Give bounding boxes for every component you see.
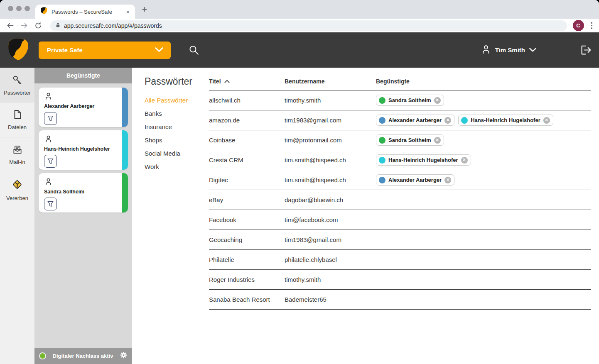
table-row[interactable]: allschwil.ch timothy.smith Sandra Solthe…: [209, 90, 591, 110]
table-row[interactable]: eBay dagobar@bluewin.ch: [209, 190, 591, 210]
table-row[interactable]: Facebook tim@facebook.com: [209, 210, 591, 230]
sidebar-item-files[interactable]: Dateien: [0, 103, 34, 137]
browser-tab[interactable]: Passwords – SecureSafe ×: [35, 5, 135, 19]
table-row[interactable]: Digitec tim.smith@hispeed.ch Alexander A…: [209, 170, 591, 190]
table-row[interactable]: Sanaba Beach Resort Bademeister65: [209, 290, 591, 310]
favicon-shield-icon: [40, 7, 48, 16]
table-body: allschwil.ch timothy.smith Sandra Solthe…: [209, 90, 591, 310]
tab-close-icon[interactable]: ×: [125, 8, 131, 15]
table-row[interactable]: Coinbase tim@protonmail.com Sandra Solth…: [209, 130, 591, 150]
category-item[interactable]: Banks: [145, 107, 209, 120]
beneficiary-chip[interactable]: Alexander Aarberger ×: [376, 174, 454, 186]
table-row[interactable]: Philatelie philatelie.chlybasel: [209, 250, 591, 270]
category-item[interactable]: Insurance: [145, 120, 209, 134]
column-header-username[interactable]: Benutzername: [285, 78, 376, 85]
browser-profile-avatar[interactable]: C: [573, 20, 584, 31]
category-item[interactable]: Social Media: [145, 147, 209, 160]
remove-beneficiary-icon[interactable]: ×: [444, 117, 451, 124]
digital-legacy-label: Digitaler Nachlass aktiv: [46, 353, 120, 359]
user-icon: [481, 44, 491, 56]
safe-selector-dropdown[interactable]: Private Safe: [39, 42, 171, 59]
beneficiary-color-strip: [122, 173, 128, 213]
table-row[interactable]: amazon.de tim1983@gmail.com Alexander Aa…: [209, 110, 591, 130]
password-title-cell: Coinbase: [209, 137, 285, 144]
remove-beneficiary-icon[interactable]: ×: [444, 177, 451, 183]
category-item[interactable]: Alle Passwörter: [145, 94, 209, 107]
password-username-cell: tim1983@gmail.com: [285, 117, 376, 124]
lock-icon: [55, 22, 61, 29]
beneficiary-chip[interactable]: Hans-Heinrich Hugelshofer ×: [376, 154, 471, 166]
safe-selector-label: Private Safe: [47, 46, 83, 54]
remove-beneficiary-icon[interactable]: ×: [434, 97, 441, 104]
remove-beneficiary-icon[interactable]: ×: [543, 117, 550, 124]
password-username-cell: tim@protonmail.com: [285, 137, 376, 144]
password-username-cell: tim@facebook.com: [285, 216, 376, 223]
sidebar-item-inherit[interactable]: Vererben: [0, 172, 34, 207]
beneficiary-chip[interactable]: Sandra Soltheim ×: [376, 134, 444, 146]
window-minimize-button[interactable]: [16, 6, 22, 11]
url-bar[interactable]: app.securesafe.com/app/#/passwords: [50, 20, 567, 31]
window-zoom-button[interactable]: [25, 6, 30, 11]
remove-beneficiary-icon[interactable]: ×: [434, 137, 441, 144]
filter-by-beneficiary-button[interactable]: [44, 155, 57, 168]
filter-by-beneficiary-button[interactable]: [44, 198, 57, 210]
back-icon[interactable]: [6, 21, 15, 30]
user-menu[interactable]: Tim Smith: [481, 44, 537, 56]
password-title-cell: Facebook: [209, 216, 285, 223]
tab-strip: Passwords – SecureSafe × +: [0, 0, 599, 19]
page-title: Passwörter: [145, 76, 209, 87]
category-item[interactable]: Shops: [145, 134, 209, 147]
password-username-cell: tim.smith@hispeed.ch: [285, 176, 376, 183]
beneficiary-chip[interactable]: Sandra Soltheim ×: [376, 95, 444, 106]
password-username-cell: tim1983@gmail.com: [285, 236, 376, 243]
beneficiary-color-dot: [461, 117, 468, 124]
search-icon[interactable]: [188, 44, 199, 56]
beneficiary-card[interactable]: Sandra Soltheim: [39, 173, 128, 213]
table-row[interactable]: Geocaching tim1983@gmail.com: [209, 230, 591, 250]
window-close-button[interactable]: [8, 6, 13, 11]
gear-icon[interactable]: [120, 351, 128, 361]
key-icon: [12, 74, 23, 87]
tab-title: Passwords – SecureSafe: [52, 9, 125, 15]
sidebar-item-mailin[interactable]: Mail-in: [0, 137, 34, 172]
logout-icon[interactable]: [580, 44, 592, 56]
reload-icon[interactable]: [34, 22, 42, 30]
new-tab-button[interactable]: +: [139, 4, 150, 15]
password-username-cell: timothy.smith: [285, 97, 376, 104]
table-row[interactable]: Cresta CRM tim.smith@hispeed.ch Hans-Hei…: [209, 150, 591, 170]
column-header-beneficiaries[interactable]: Begünstigte: [376, 78, 410, 85]
chevron-down-icon: [529, 46, 537, 54]
beneficiary-chip-name: Hans-Heinrich Hugelshofer: [388, 157, 458, 163]
category-column: Passwörter Alle Passwörter Banks Insuran…: [145, 68, 209, 364]
beneficiary-chip-name: Hans-Heinrich Hugelshofer: [471, 117, 540, 123]
beneficiary-card[interactable]: Alexander Aarberger: [39, 88, 128, 127]
beneficiary-chip[interactable]: Alexander Aarberger ×: [376, 115, 454, 126]
beneficiary-color-dot: [379, 97, 385, 104]
beneficiary-color-strip: [122, 130, 128, 170]
password-title-cell: Roger Industries: [209, 276, 285, 283]
category-item[interactable]: Work: [145, 160, 209, 173]
browser-menu-icon[interactable]: [589, 20, 594, 31]
column-header-title[interactable]: Titel: [209, 78, 285, 85]
forward-icon[interactable]: [20, 21, 29, 30]
window-controls: [8, 6, 30, 11]
password-title-cell: Cresta CRM: [209, 156, 285, 164]
app-body: Passwörter Dateien Mail-in Vererben: [0, 68, 599, 364]
table-row[interactable]: Roger Industries timothy.smith: [209, 270, 591, 290]
beneficiary-card[interactable]: Hans-Heinrich Hugelshofer: [39, 130, 128, 170]
person-icon: [44, 95, 53, 102]
remove-beneficiary-icon[interactable]: ×: [461, 157, 468, 164]
beneficiaries-panel-title: Begünstigte: [34, 68, 132, 83]
sidebar-item-passwords[interactable]: Passwörter: [0, 68, 34, 103]
sort-asc-icon[interactable]: [224, 78, 230, 85]
password-username-cell: Bademeister65: [285, 296, 376, 303]
password-beneficiaries-cell: Alexander Aarberger × Hans-Heinrich Huge…: [376, 115, 591, 126]
beneficiary-color-dot: [379, 137, 385, 144]
beneficiary-chip[interactable]: Hans-Heinrich Hugelshofer ×: [458, 115, 553, 126]
table-header-row: Titel Benutzername Begünstigte: [209, 68, 591, 90]
nav-sidebar: Passwörter Dateien Mail-in Vererben: [0, 68, 34, 364]
password-beneficiaries-cell: Hans-Heinrich Hugelshofer ×: [376, 154, 591, 166]
filter-by-beneficiary-button[interactable]: [44, 112, 57, 125]
status-dot: [39, 352, 46, 359]
sidebar-item-label: Vererben: [6, 195, 28, 201]
